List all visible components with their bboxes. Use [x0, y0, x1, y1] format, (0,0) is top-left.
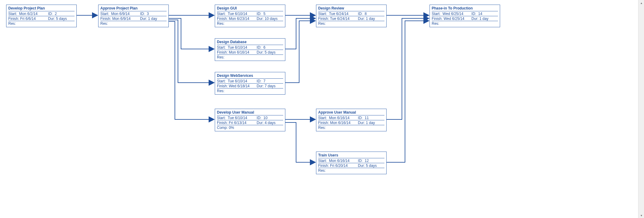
task-node-develop-user-manual[interactable]: Develop User Manual Start: Tue 6/10/14 I… [215, 109, 285, 131]
scroll-up-icon[interactable]: ▴ [638, 0, 644, 6]
task-node-approve-user-manual[interactable]: Approve User Manual Start: Mon 6/16/14 I… [316, 109, 387, 131]
task-finish: Finish: Tue 6/24/14 [318, 17, 358, 21]
task-id: ID: 5 [257, 12, 283, 16]
task-start: Start: Mon 6/16/14 [318, 159, 358, 163]
task-res: Res: [318, 126, 358, 130]
task-node-approve-project-plan[interactable]: Approve Project Plan Start: Mon 6/9/14 I… [98, 5, 169, 27]
task-title: Train Users [318, 152, 384, 158]
task-dur: Dur: 7 days [257, 84, 283, 88]
task-start: Start: Mon 6/16/14 [318, 116, 358, 120]
task-dur: Dur: 1 day [472, 17, 498, 21]
task-comp: Comp: 0% [217, 126, 257, 130]
task-start: Start: Tue 6/24/14 [318, 12, 358, 16]
task-id: ID: 14 [472, 12, 498, 16]
network-diagram-viewport: Develop Project Plan Start: Mon 6/2/14 I… [0, 0, 644, 218]
task-title: Approve Project Plan [100, 6, 167, 11]
task-title: Design Database [217, 39, 283, 45]
task-dur: Dur: 5 days [48, 17, 75, 21]
task-start: Start: Mon 6/2/14 [8, 12, 48, 16]
task-res: Res: [8, 21, 48, 26]
task-finish: Finish: Fri 6/6/14 [8, 17, 48, 21]
task-node-design-database[interactable]: Design Database Start: Tue 6/10/14 ID: 6… [215, 38, 285, 61]
task-title: Design WebServices [217, 73, 283, 79]
task-start: Start: Wed 6/25/14 [432, 12, 472, 16]
task-id: ID: 3 [140, 12, 167, 16]
task-start: Start: Tue 6/10/14 [217, 12, 257, 16]
task-title: Develop User Manual [217, 110, 283, 115]
task-title: Design GUI [217, 6, 283, 11]
task-dur: Dur: 4 days [257, 121, 283, 125]
task-finish: Finish: Mon 6/16/14 [217, 50, 257, 55]
task-node-design-gui[interactable]: Design GUI Start: Tue 6/10/14 ID: 5 Fini… [215, 5, 285, 27]
task-dur: Dur: 1 day [358, 121, 384, 125]
task-node-design-review[interactable]: Design Review Start: Tue 6/24/14 ID: 8 F… [316, 5, 387, 27]
scroll-down-icon[interactable]: ▾ [638, 212, 644, 218]
task-dur: Dur: 1 day [140, 17, 167, 21]
network-diagram-canvas: Develop Project Plan Start: Mon 6/2/14 I… [0, 0, 638, 218]
task-finish: Finish: Fri 6/13/14 [217, 121, 257, 125]
task-finish: Finish: Mon 6/16/14 [318, 121, 358, 125]
task-node-design-webservices[interactable]: Design WebServices Start: Tue 6/10/14 ID… [215, 72, 285, 95]
task-finish: Finish: Wed 6/25/14 [432, 17, 472, 21]
task-res: Res: [217, 55, 257, 59]
task-id: ID: 8 [358, 12, 384, 16]
task-start: Start: Tue 6/10/14 [217, 79, 257, 83]
task-dur: Dur: 10 days [257, 17, 283, 21]
task-finish: Finish: Wed 6/18/14 [217, 84, 257, 88]
task-dur: Dur: 1 day [358, 17, 384, 21]
task-title: Develop Project Plan [8, 6, 75, 11]
task-start: Start: Tue 6/10/14 [217, 45, 257, 50]
task-node-develop-project-plan[interactable]: Develop Project Plan Start: Mon 6/2/14 I… [6, 5, 77, 27]
task-node-train-users[interactable]: Train Users Start: Mon 6/16/14 ID: 12 Fi… [316, 152, 387, 174]
task-finish: Finish: Fri 6/20/14 [318, 164, 358, 168]
task-id: ID: 2 [48, 12, 75, 16]
task-id: ID: 10 [257, 116, 283, 120]
task-title: Design Review [318, 6, 384, 11]
task-finish: Finish: Mon 6/9/14 [100, 17, 140, 21]
task-title: Approve User Manual [318, 110, 384, 115]
task-start: Start: Tue 6/10/14 [217, 116, 257, 120]
task-dur: Dur: 5 days [257, 50, 283, 55]
task-start: Start: Mon 6/9/14 [100, 12, 140, 16]
task-dur: Dur: 5 days [358, 164, 384, 168]
task-id: ID: 7 [257, 79, 283, 83]
task-finish: Finish: Mon 6/23/14 [217, 17, 257, 21]
task-res: Res: [318, 168, 358, 173]
task-id: ID: 11 [358, 116, 384, 120]
task-id: ID: 12 [358, 159, 384, 163]
task-title: Phase-in To Production [432, 6, 498, 11]
task-res: Res: [217, 21, 257, 26]
task-id: ID: 6 [257, 45, 283, 50]
task-res: Res: [432, 21, 472, 26]
task-res: Res: [318, 21, 358, 26]
task-node-phase-in-production[interactable]: Phase-in To Production Start: Wed 6/25/1… [430, 5, 500, 27]
task-res: Res: [100, 21, 140, 26]
task-res: Res: [217, 89, 257, 93]
vertical-scrollbar[interactable]: ▴ ▾ [638, 0, 644, 218]
